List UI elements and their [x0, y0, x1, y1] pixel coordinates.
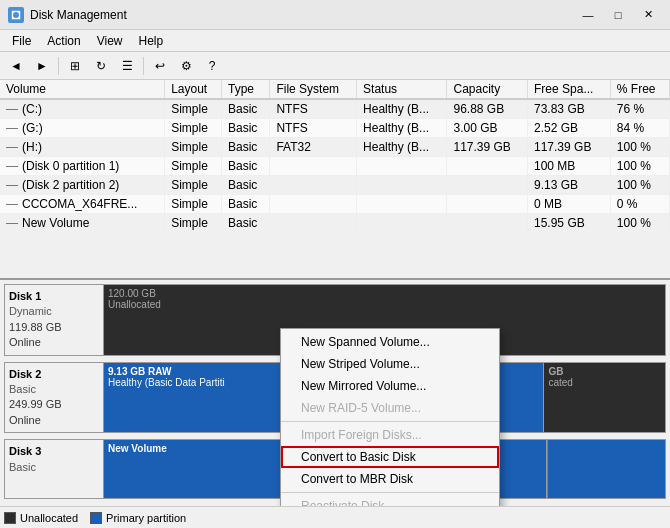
col-status[interactable]: Status	[357, 80, 447, 99]
cell-volume: —(G:)	[0, 119, 165, 138]
disk-2-p3-label: GB	[548, 366, 661, 377]
cell-capacity	[447, 195, 528, 214]
cell-volume: —(Disk 0 partition 1)	[0, 157, 165, 176]
table-row[interactable]: —New Volume Simple Basic 15.95 GB 100 %	[0, 214, 670, 233]
maximize-button[interactable]: □	[604, 4, 632, 26]
app-icon	[8, 7, 24, 23]
disk-graphical-view: Disk 1 Dynamic 119.88 GB Online 120.00 G…	[0, 280, 670, 506]
menu-view[interactable]: View	[89, 32, 131, 50]
help-toolbar-button[interactable]: ?	[200, 55, 224, 77]
disk-3-type: Basic	[9, 460, 99, 475]
cell-free: 100 MB	[528, 157, 611, 176]
toolbar-separator-1	[58, 57, 59, 75]
cell-status: Healthy (B...	[357, 138, 447, 157]
cell-fs: NTFS	[270, 99, 357, 119]
cell-capacity	[447, 214, 528, 233]
disk-3-partition-2[interactable]	[547, 440, 665, 498]
cell-status	[357, 176, 447, 195]
cell-status	[357, 195, 447, 214]
ctx-item-new-mirrored-volume...[interactable]: New Mirrored Volume...	[281, 375, 499, 397]
cell-pct: 84 %	[610, 119, 669, 138]
cell-status: Healthy (B...	[357, 99, 447, 119]
cell-type: Basic	[221, 195, 269, 214]
disk-2-type: Basic	[9, 382, 99, 397]
cell-pct: 100 %	[610, 138, 669, 157]
cell-capacity: 96.88 GB	[447, 99, 528, 119]
table-row[interactable]: —(Disk 2 partition 2) Simple Basic 9.13 …	[0, 176, 670, 195]
cell-status	[357, 214, 447, 233]
disk-2-p3-status: cated	[548, 377, 661, 388]
ctx-item-convert-to-mbr-disk[interactable]: Convert to MBR Disk	[281, 468, 499, 490]
refresh-button[interactable]: ↻	[89, 55, 113, 77]
col-type[interactable]: Type	[221, 80, 269, 99]
window-title: Disk Management	[30, 8, 574, 22]
cell-fs: FAT32	[270, 138, 357, 157]
list-button[interactable]: ☰	[115, 55, 139, 77]
col-freespace[interactable]: Free Spa...	[528, 80, 611, 99]
close-button[interactable]: ✕	[634, 4, 662, 26]
cell-fs	[270, 176, 357, 195]
ctx-item-reactivate-disk: Reactivate Disk	[281, 495, 499, 506]
cell-capacity: 3.00 GB	[447, 119, 528, 138]
cell-type: Basic	[221, 138, 269, 157]
col-volume[interactable]: Volume	[0, 80, 165, 99]
toolbar-separator-2	[143, 57, 144, 75]
disk-1-p1-status: Unallocated	[108, 299, 661, 310]
legend-unallocated: Unallocated	[4, 512, 78, 524]
table-row[interactable]: —CCCOMA_X64FRE... Simple Basic 0 MB 0 %	[0, 195, 670, 214]
menu-action[interactable]: Action	[39, 32, 88, 50]
table-row[interactable]: —(C:) Simple Basic NTFS Healthy (B... 96…	[0, 99, 670, 119]
legend-primary: Primary partition	[90, 512, 186, 524]
cell-layout: Simple	[165, 157, 222, 176]
legend: Unallocated Primary partition	[0, 506, 670, 528]
menu-help[interactable]: Help	[131, 32, 172, 50]
table-row[interactable]: —(G:) Simple Basic NTFS Healthy (B... 3.…	[0, 119, 670, 138]
cell-fs: NTFS	[270, 119, 357, 138]
disk-1-size: 119.88 GB	[9, 320, 99, 335]
disk-2-size: 249.99 GB	[9, 397, 99, 412]
cell-fs	[270, 214, 357, 233]
col-layout[interactable]: Layout	[165, 80, 222, 99]
svg-point-1	[13, 12, 19, 18]
properties-button[interactable]: ⊞	[63, 55, 87, 77]
cell-layout: Simple	[165, 138, 222, 157]
settings-button[interactable]: ⚙	[174, 55, 198, 77]
title-bar: Disk Management — □ ✕	[0, 0, 670, 30]
minimize-button[interactable]: —	[574, 4, 602, 26]
ctx-item-convert-to-basic-disk[interactable]: Convert to Basic Disk	[281, 446, 499, 468]
cell-layout: Simple	[165, 195, 222, 214]
cell-type: Basic	[221, 214, 269, 233]
cell-pct: 100 %	[610, 214, 669, 233]
table-row[interactable]: —(H:) Simple Basic FAT32 Healthy (B... 1…	[0, 138, 670, 157]
toolbar: ◄ ► ⊞ ↻ ☰ ↩ ⚙ ?	[0, 52, 670, 80]
disk-1-status: Online	[9, 335, 99, 350]
col-filesystem[interactable]: File System	[270, 80, 357, 99]
undo-button[interactable]: ↩	[148, 55, 172, 77]
cell-layout: Simple	[165, 176, 222, 195]
disk-1-p1-size: 120.00 GB	[108, 288, 661, 299]
cell-type: Basic	[221, 176, 269, 195]
disk-1-label: Disk 1 Dynamic 119.88 GB Online	[4, 284, 104, 356]
ctx-item-new-striped-volume...[interactable]: New Striped Volume...	[281, 353, 499, 375]
disk-2-partition-3[interactable]: GB cated	[544, 363, 665, 433]
cell-status: Healthy (B...	[357, 119, 447, 138]
cell-capacity	[447, 157, 528, 176]
disk-3-label: Disk 3 Basic	[4, 439, 104, 499]
cell-capacity	[447, 176, 528, 195]
cell-free: 9.13 GB	[528, 176, 611, 195]
menu-file[interactable]: File	[4, 32, 39, 50]
disk-2-status: Online	[9, 413, 99, 428]
table-row[interactable]: —(Disk 0 partition 1) Simple Basic 100 M…	[0, 157, 670, 176]
cell-volume: —New Volume	[0, 214, 165, 233]
back-button[interactable]: ◄	[4, 55, 28, 77]
ctx-item-new-spanned-volume...[interactable]: New Spanned Volume...	[281, 331, 499, 353]
cell-pct: 0 %	[610, 195, 669, 214]
cell-free: 15.95 GB	[528, 214, 611, 233]
context-menu: New Spanned Volume...New Striped Volume.…	[280, 328, 500, 506]
col-capacity[interactable]: Capacity	[447, 80, 528, 99]
cell-status	[357, 157, 447, 176]
forward-button[interactable]: ►	[30, 55, 54, 77]
col-pctfree[interactable]: % Free	[610, 80, 669, 99]
cell-volume: —CCCOMA_X64FRE...	[0, 195, 165, 214]
window-controls: — □ ✕	[574, 4, 662, 26]
